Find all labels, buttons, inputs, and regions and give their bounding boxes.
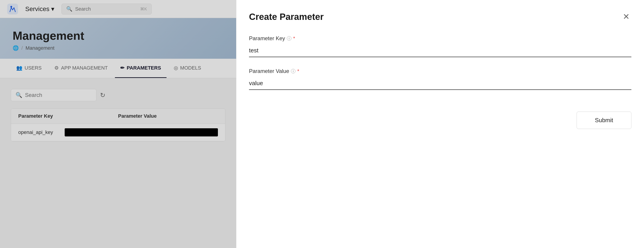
param-value-required: * [297,68,299,74]
param-key-required: * [293,36,295,41]
page-header: Management 🌐 / Management [0,18,236,59]
close-panel-button[interactable]: ✕ [621,11,632,23]
param-value-info-icon[interactable]: i [291,69,296,73]
parameters-icon: ✏ [120,65,124,71]
param-value-label: Parameter Value i * [249,68,632,74]
app-management-icon: ⚙ [54,65,59,71]
param-key-group: Parameter Key i * [249,35,632,57]
table-header: Parameter Key Parameter Value [11,109,225,124]
services-label: Services [25,6,49,13]
refresh-button[interactable]: ↻ [100,91,105,99]
column-header-key: Parameter Key [18,113,118,119]
panel-title: Create Parameter [249,12,324,22]
masked-value [65,128,218,137]
page-title: Management [12,29,224,43]
chevron-down-icon: ▾ [51,5,54,13]
logo-icon [7,4,18,15]
breadcrumb-home-icon: 🌐 [12,45,19,51]
submit-button[interactable]: Submit [577,111,632,129]
param-key-input[interactable] [249,44,632,57]
global-search-input[interactable] [75,6,138,12]
svg-rect-0 [7,4,18,15]
models-icon: ◎ [174,65,178,71]
tab-users-label: USERS [24,65,42,71]
search-icon: 🔍 [66,6,72,12]
global-search-bar[interactable]: 🔍 ⌘K [62,4,152,15]
tab-models[interactable]: ◎ MODELS [168,59,207,78]
tab-parameters-label: PARAMETERS [127,65,161,71]
breadcrumb-current: Management [26,45,54,51]
tab-parameters[interactable]: ✏ PARAMETERS [115,59,166,78]
create-parameter-panel: Create Parameter ✕ Parameter Key i * Par… [236,0,644,248]
column-header-value: Parameter Value [118,113,218,119]
panel-header: Create Parameter ✕ [249,11,632,23]
param-value-group: Parameter Value i * [249,68,632,90]
tab-models-label: MODELS [180,65,201,71]
logo [7,4,18,15]
users-icon: 👥 [16,65,22,71]
table-search-bar[interactable]: 🔍 [11,89,96,101]
table-search-input[interactable] [25,92,92,98]
param-key-label: Parameter Key i * [249,35,632,42]
tabs-bar: 👥 USERS ⚙ APP MANAGEMENT ✏ PARAMETERS ◎ … [0,59,236,78]
param-key-info-icon[interactable]: i [287,36,291,41]
parameters-table: Parameter Key Parameter Value openai_api… [11,108,225,141]
main-content: Services ▾ 🔍 ⌘K Management 🌐 / Managemen… [0,0,236,248]
svg-point-1 [10,6,12,8]
table-search-icon: 🔍 [16,92,22,98]
param-key-cell: openai_api_key [18,130,65,135]
breadcrumb-separator: / [22,45,23,51]
search-shortcut: ⌘K [140,7,147,12]
table-toolbar: 🔍 ↻ [11,89,225,101]
tab-app-management-label: APP MANAGEMENT [61,65,108,71]
tab-app-management[interactable]: ⚙ APP MANAGEMENT [49,59,113,78]
param-value-cell [65,128,218,137]
param-key-label-text: Parameter Key [249,35,285,42]
param-value-label-text: Parameter Value [249,68,289,74]
param-value-input[interactable] [249,77,632,90]
table-row: openai_api_key [11,124,225,141]
services-dropdown-button[interactable]: Services ▾ [25,5,54,13]
content-area: 🔍 ↻ Parameter Key Parameter Value openai… [0,78,236,248]
breadcrumb: 🌐 / Management [12,45,224,51]
navbar: Services ▾ 🔍 ⌘K [0,0,236,18]
tab-users[interactable]: 👥 USERS [11,59,47,78]
